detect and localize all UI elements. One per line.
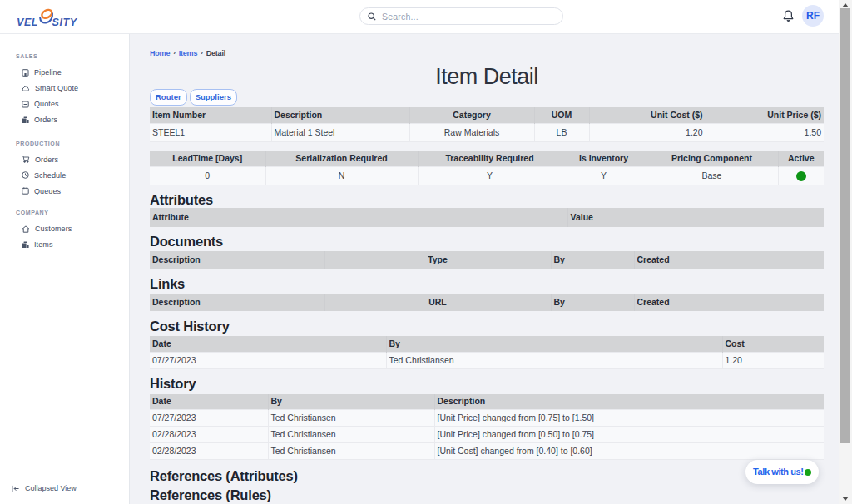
svg-text:SITY: SITY (52, 17, 78, 28)
svg-text:VEL: VEL (17, 17, 38, 28)
